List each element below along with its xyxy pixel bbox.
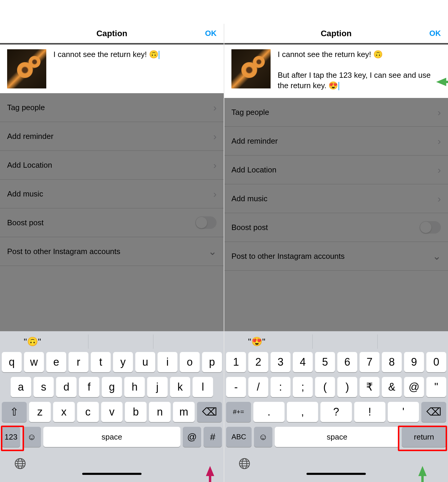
suggestion-2[interactable] — [313, 334, 377, 349]
home-indicator[interactable] — [306, 473, 366, 475]
key-?[interactable]: ? — [320, 402, 352, 422]
key-e[interactable]: e — [46, 352, 66, 372]
option-add-location[interactable]: Add Location› — [0, 151, 224, 180]
key-g[interactable]: g — [102, 377, 122, 397]
key-t[interactable]: t — [91, 352, 111, 372]
option-add-music[interactable]: Add music› — [0, 180, 224, 208]
option-boost-post[interactable]: Boost post — [0, 208, 224, 237]
key-j[interactable]: j — [147, 377, 168, 397]
key-q[interactable]: q — [2, 352, 22, 372]
key-&[interactable]: & — [382, 377, 402, 397]
emoji-key[interactable]: ☺ — [23, 427, 41, 447]
option-add-reminder[interactable]: Add reminder› — [0, 122, 224, 151]
suggestion-1[interactable]: "🙃" — [6, 334, 88, 349]
key-7[interactable]: 7 — [360, 352, 379, 372]
chevron-down-icon: ⌄ — [208, 245, 217, 257]
key-5[interactable]: 5 — [315, 352, 335, 372]
key-2[interactable]: 2 — [248, 352, 268, 372]
post-thumbnail[interactable] — [7, 49, 46, 88]
boost-toggle[interactable] — [420, 221, 441, 234]
key-r[interactable]: r — [69, 352, 88, 372]
key-0[interactable]: 0 — [426, 352, 446, 372]
key-o[interactable]: o — [180, 352, 200, 372]
option-tag-people[interactable]: Tag people› — [0, 93, 224, 122]
option-add-music[interactable]: Add music› — [224, 184, 448, 213]
suggestion-3[interactable] — [153, 334, 218, 349]
delete-key[interactable]: ⌫ — [197, 402, 222, 422]
key-3[interactable]: 3 — [271, 352, 290, 372]
option-boost-post[interactable]: Boost post — [224, 213, 448, 242]
key-'[interactable]: ' — [388, 402, 419, 422]
key-@[interactable]: @ — [404, 377, 424, 397]
delete-key[interactable]: ⌫ — [421, 402, 446, 422]
caption-area[interactable]: I cannot see the return key! 🙃 But after… — [224, 45, 448, 98]
suggestion-bar: "🙃" — [0, 331, 224, 352]
globe-icon[interactable] — [14, 458, 26, 473]
key-;[interactable]: ; — [293, 377, 313, 397]
key-f[interactable]: f — [79, 377, 99, 397]
key-y[interactable]: y — [113, 352, 133, 372]
post-thumbnail[interactable] — [231, 49, 271, 88]
key-₹[interactable]: ₹ — [360, 377, 379, 397]
key-)[interactable]: ) — [337, 377, 357, 397]
suggestion-3[interactable] — [378, 334, 442, 349]
boost-toggle[interactable] — [195, 216, 217, 229]
key-"[interactable]: " — [426, 377, 446, 397]
ok-button[interactable]: OK — [429, 29, 441, 38]
key-4[interactable]: 4 — [293, 352, 313, 372]
shift-key[interactable]: ⇧ — [2, 402, 27, 422]
suggestion-2[interactable] — [88, 334, 153, 349]
key-b[interactable]: b — [125, 402, 147, 422]
hash-key[interactable]: # — [204, 427, 222, 447]
ok-button[interactable]: OK — [205, 29, 217, 38]
chevron-down-icon: ⌄ — [433, 250, 441, 262]
caption-input[interactable]: I cannot see the return key! 🙃 — [46, 49, 217, 88]
option-tag-people[interactable]: Tag people› — [224, 98, 448, 127]
emoji-key[interactable]: ☺ — [254, 427, 272, 447]
key-c[interactable]: c — [77, 402, 99, 422]
key-d[interactable]: d — [56, 377, 77, 397]
key-1[interactable]: 1 — [226, 352, 246, 372]
key-a[interactable]: a — [11, 377, 31, 397]
option-add-location[interactable]: Add Location› — [224, 156, 448, 184]
key-p[interactable]: p — [202, 352, 222, 372]
space-key[interactable]: space — [275, 427, 399, 447]
chevron-right-icon: › — [438, 135, 441, 147]
option-add-reminder[interactable]: Add reminder› — [224, 127, 448, 156]
at-key[interactable]: @ — [183, 427, 201, 447]
key-.[interactable]: . — [253, 402, 285, 422]
key-x[interactable]: x — [53, 402, 75, 422]
key-l[interactable]: l — [193, 377, 213, 397]
option-post-other[interactable]: Post to other Instagram accounts⌄ — [224, 242, 448, 271]
space-key[interactable]: space — [43, 427, 180, 447]
caption-area[interactable]: I cannot see the return key! 🙃 — [0, 45, 224, 93]
key--[interactable]: - — [226, 377, 246, 397]
key-v[interactable]: v — [101, 402, 123, 422]
suggestion-1[interactable]: "😍" — [230, 334, 313, 349]
option-post-other[interactable]: Post to other Instagram accounts⌄ — [0, 237, 224, 266]
globe-icon[interactable] — [239, 458, 250, 473]
key-:[interactable]: : — [271, 377, 290, 397]
key-w[interactable]: w — [24, 352, 44, 372]
key-z[interactable]: z — [29, 402, 51, 422]
switch-abc-key[interactable]: ABC — [226, 427, 252, 447]
key-![interactable]: ! — [354, 402, 385, 422]
key-n[interactable]: n — [149, 402, 171, 422]
key-s[interactable]: s — [34, 377, 54, 397]
key-h[interactable]: h — [124, 377, 145, 397]
key-k[interactable]: k — [170, 377, 190, 397]
key-([interactable]: ( — [315, 377, 335, 397]
caption-input[interactable]: I cannot see the return key! 🙃 But after… — [271, 49, 441, 93]
key-8[interactable]: 8 — [382, 352, 402, 372]
options-list: Tag people› Add reminder› Add Location› … — [0, 93, 224, 331]
text-cursor — [159, 51, 159, 59]
key-i[interactable]: i — [158, 352, 177, 372]
home-indicator[interactable] — [82, 473, 142, 475]
key-/[interactable]: / — [248, 377, 268, 397]
key-m[interactable]: m — [173, 402, 195, 422]
key-u[interactable]: u — [135, 352, 155, 372]
key-9[interactable]: 9 — [404, 352, 424, 372]
key-6[interactable]: 6 — [337, 352, 357, 372]
key-,[interactable]: , — [287, 402, 318, 422]
symbols-key[interactable]: #+= — [226, 402, 251, 422]
